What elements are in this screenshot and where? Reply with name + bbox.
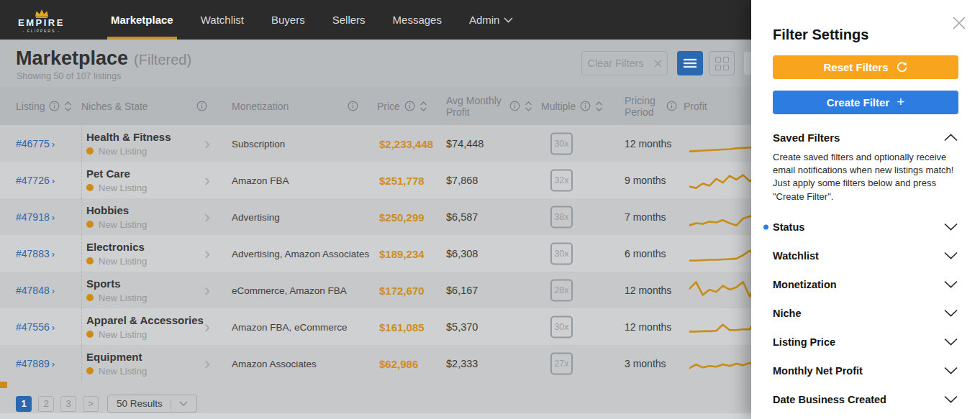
nav-item-sellers[interactable]: Sellers [319,0,379,40]
next-page-button[interactable]: > [83,396,99,412]
results-per-page-dropdown[interactable]: 50 Results| [107,395,197,413]
listing-id-link[interactable]: #47883› [16,248,55,259]
chevron-right-icon: › [52,249,55,259]
filter-label: Listing Price [773,336,835,348]
column-header-avg-monthly-profit[interactable]: Avg Monthly Profit [446,94,532,117]
sort-icon[interactable] [525,101,532,111]
nav-item-messages[interactable]: Messages [379,0,455,40]
listing-status: New Listing [99,256,147,267]
nav-item-admin[interactable]: Admin [455,0,527,40]
sort-icon[interactable] [419,101,427,111]
filter-list: StatusWatchlistMonetizationNicheListing … [773,213,958,414]
listing-id-link[interactable]: #46775› [16,138,55,149]
info-icon[interactable] [580,101,591,111]
list-view-button[interactable] [677,51,703,75]
sort-icon[interactable] [64,101,72,111]
chevron-up-icon [943,134,958,142]
filter-label: Monetization [773,279,837,290]
filter-item-listing-price[interactable]: Listing Price [773,328,958,356]
nav-item-label: Buyers [271,14,305,26]
reset-filters-button[interactable]: Reset Filters [773,55,958,79]
niche-cell: Apparel & AccessoriesNew Listing [86,314,204,340]
info-icon[interactable] [509,101,520,111]
listing-id-link[interactable]: #47889› [16,358,55,369]
avg-monthly-profit-value: $6,587 [446,211,478,223]
expand-row-chevron-icon[interactable]: › [204,244,210,264]
column-label: Pricing Period [625,94,662,117]
monetization-value: Advertising, Amazon Associates [232,248,369,259]
nav-item-label: Admin [469,14,500,26]
column-header-multiple[interactable]: Multiple [541,101,603,112]
expand-row-chevron-icon[interactable]: › [204,354,210,374]
pricing-period-value: 3 months [625,358,666,369]
chevron-right-icon: › [52,175,55,186]
filter-item-monthly-net-profit[interactable]: Monthly Net Profit [773,356,958,385]
listing-id-link[interactable]: #47918› [16,211,55,223]
multiple-badge: 32x [550,169,573,191]
avg-monthly-profit-value: $74,448 [446,138,484,149]
listing-id: #47889 [16,358,50,369]
listing-id-link[interactable]: #47848› [16,285,55,296]
dropdown-divider: | [170,399,172,409]
column-divider [81,198,82,235]
sort-icon[interactable] [595,101,603,111]
page-button-2[interactable]: 2 [38,396,54,412]
listing-status: New Listing [99,146,147,157]
info-icon[interactable] [404,101,415,111]
nav-item-watchlist[interactable]: Watchlist [187,0,258,40]
filter-item-monetization[interactable]: Monetization [773,270,958,299]
monetization-value: Amazon FBA [232,175,289,185]
listing-id-link[interactable]: #47556› [16,321,55,333]
nav-item-buyers[interactable]: Buyers [258,0,319,40]
listing-id-link[interactable]: #47726› [16,175,55,186]
info-icon[interactable] [49,101,60,111]
price-value: $250,299 [379,211,425,223]
column-divider [81,235,82,272]
pricing-period-value: 12 months [625,138,671,149]
page-button-3[interactable]: 3 [60,396,76,412]
expand-row-chevron-icon[interactable]: › [204,317,210,337]
expand-row-chevron-icon[interactable]: › [204,170,210,190]
listing-id: #47918 [16,211,50,223]
results-per-page-value: 50 Results [117,398,163,409]
niche-name: Equipment [86,351,147,363]
filter-item-watchlist[interactable]: Watchlist [773,241,958,270]
page-button-1[interactable]: 1 [16,396,32,412]
filter-item-status[interactable]: Status [773,213,958,241]
filter-item-date-business-created[interactable]: Date Business Created [773,385,958,414]
close-panel-button[interactable] [950,14,968,32]
info-icon[interactable] [348,101,358,111]
chevron-down-icon [943,338,958,346]
monetization-value: Advertising [232,211,280,222]
niche-cell: Health & FitnessNew Listing [86,131,171,157]
expand-row-chevron-icon[interactable]: › [204,280,210,300]
info-icon[interactable] [196,101,207,111]
new-listing-dot-icon [86,257,94,264]
create-filter-button[interactable]: Create Filter + [773,91,958,114]
niche-name: Apparel & Accessories [86,314,204,326]
grid-view-button[interactable] [709,51,735,75]
chevron-down-icon [943,309,958,317]
column-header-niches-state: Niches & State [81,101,207,112]
column-header-price[interactable]: Price [377,101,427,112]
listing-id: #47883 [16,248,50,259]
column-divider [81,272,82,308]
empire-flippers-logo[interactable]: EMPIRE - FLIPPERS - [0,9,83,33]
expand-row-chevron-icon[interactable]: › [204,207,210,227]
clear-filters-button[interactable]: Clear Filters [581,51,668,75]
info-icon[interactable] [666,101,677,111]
filter-item-niche[interactable]: Niche [773,299,958,328]
monetization-value: Subscription [232,138,285,149]
results-count: Showing 50 of 107 listings [17,71,121,81]
list-view-icon [684,58,697,68]
nav-item-marketplace[interactable]: Marketplace [97,0,187,40]
niche-name: Sports [86,277,147,290]
column-divider [81,125,82,162]
saved-filters-header[interactable]: Saved Filters [773,132,958,144]
pricing-period-value: 7 months [625,211,666,223]
column-header-listing[interactable]: Listing [16,101,72,112]
chevron-down-icon [943,252,958,259]
new-listing-dot-icon [86,294,94,301]
column-label: Multiple [541,101,576,112]
expand-row-chevron-icon[interactable]: › [204,134,210,154]
